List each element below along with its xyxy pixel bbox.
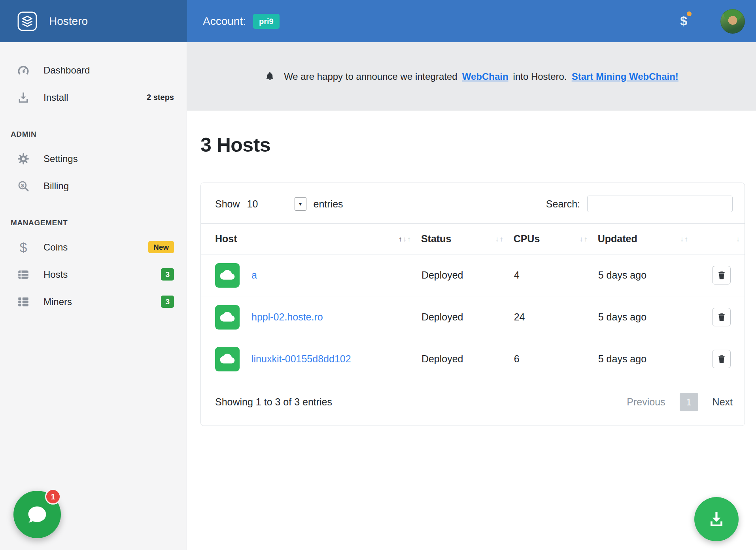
host-status: Deployed xyxy=(421,296,514,338)
webchain-link[interactable]: WebChain xyxy=(462,71,508,82)
col-header-actions[interactable]: ↓ xyxy=(698,224,745,254)
host-cpus: 4 xyxy=(514,254,598,296)
entries-summary: Showing 1 to 3 of 3 entries xyxy=(215,396,332,408)
host-cloud-icon xyxy=(215,305,240,330)
pagination: Previous 1 Next xyxy=(627,393,733,411)
col-header-status[interactable]: Status ↓ ↑ xyxy=(421,224,514,254)
col-label: Status xyxy=(421,233,451,245)
host-updated: 5 days ago xyxy=(598,338,698,380)
dollar-glyph: $ xyxy=(680,14,687,28)
sidebar-item-coins[interactable]: $ Coins New xyxy=(0,234,187,261)
host-updated: 5 days ago xyxy=(598,296,698,338)
sidebar-item-label: Miners xyxy=(43,296,149,307)
host-link[interactable]: a xyxy=(251,269,257,281)
topbar: Hostero Account: pri9 $ xyxy=(0,0,756,42)
previous-page-button[interactable]: Previous xyxy=(627,396,665,408)
sidebar-item-label: Hosts xyxy=(43,269,149,280)
sidebar-item-billing[interactable]: $ Billing xyxy=(0,172,187,200)
download-fab-button[interactable] xyxy=(694,497,739,541)
coins-new-badge: New xyxy=(148,241,174,253)
app-root: Hostero Account: pri9 $ xyxy=(0,0,756,550)
col-header-host[interactable]: Host ↑ ↓ ↑ xyxy=(201,224,421,254)
current-page-button[interactable]: 1 xyxy=(680,393,698,411)
account-label: Account: xyxy=(203,15,246,28)
table-controls: Show 10 ▾ entries Search: xyxy=(201,183,745,223)
host-cloud-icon xyxy=(215,347,240,371)
chevron-down-icon: ▾ xyxy=(295,197,306,211)
notification-dot xyxy=(687,11,692,16)
brand-area[interactable]: Hostero xyxy=(0,0,187,42)
bell-icon xyxy=(265,71,275,82)
host-cpus: 24 xyxy=(514,296,598,338)
hostero-logo-icon xyxy=(16,10,39,33)
sidebar-item-settings[interactable]: Settings xyxy=(0,145,187,172)
col-label: CPUs xyxy=(514,233,540,245)
sidebar-item-miners[interactable]: Miners 3 xyxy=(0,288,187,315)
search-label: Search: xyxy=(546,198,580,210)
host-link[interactable]: linuxkit-00155d8dd102 xyxy=(251,353,351,365)
table-header-row: Host ↑ ↓ ↑ xyxy=(201,224,745,254)
host-cpus: 6 xyxy=(514,338,598,380)
sort-asc-icon[interactable]: ↑ xyxy=(500,235,503,243)
sort-desc-icon[interactable]: ↓ xyxy=(736,235,740,243)
hosts-card: Show 10 ▾ entries Search: xyxy=(200,183,745,426)
banner-text-before: We are happy to announce we integrated xyxy=(284,71,457,82)
layout: Dashboard Install 2 steps ADMIN xyxy=(0,42,756,550)
sort-asc-icon[interactable]: ↑ xyxy=(407,235,411,243)
entries-label: entries xyxy=(314,198,343,210)
sidebar-item-dashboard[interactable]: Dashboard xyxy=(0,57,187,84)
col-header-updated[interactable]: Updated ↓ ↑ xyxy=(598,224,698,254)
dashboard-icon xyxy=(15,64,32,77)
host-link[interactable]: hppl-02.hoste.ro xyxy=(251,311,323,323)
sidebar-item-label: Settings xyxy=(43,153,174,164)
delete-host-button[interactable] xyxy=(712,266,731,284)
hosts-list-icon xyxy=(15,268,32,281)
delete-host-button[interactable] xyxy=(712,350,731,368)
sidebar-section-admin: ADMIN xyxy=(0,130,187,139)
download-icon xyxy=(707,510,726,529)
sidebar-section-management: MANAGEMENT xyxy=(0,218,187,227)
search-control: Search: xyxy=(546,196,733,212)
chat-button[interactable]: 1 xyxy=(13,491,61,538)
col-label: Host xyxy=(215,233,237,245)
sort-desc-icon[interactable]: ↓ xyxy=(680,235,684,243)
install-steps-label: 2 steps xyxy=(147,93,174,102)
table-row: linuxkit-00155d8dd102 Deployed 6 5 days … xyxy=(201,338,745,380)
sidebar-item-hosts[interactable]: Hosts 3 xyxy=(0,261,187,288)
sort-desc-icon[interactable]: ↓ xyxy=(495,235,499,243)
col-header-cpus[interactable]: CPUs ↓ ↑ xyxy=(514,224,598,254)
banner-text-middle: into Hostero. xyxy=(513,71,567,82)
balance-icon[interactable]: $ xyxy=(679,11,689,31)
sidebar: Dashboard Install 2 steps ADMIN xyxy=(0,42,187,550)
page-title: 3 Hosts xyxy=(200,134,745,156)
search-input[interactable] xyxy=(587,196,733,212)
chat-unread-badge: 1 xyxy=(45,489,61,505)
brand-name: Hostero xyxy=(49,15,88,28)
account-badge[interactable]: pri9 xyxy=(253,14,280,29)
sort-asc-icon[interactable]: ↑ xyxy=(684,235,688,243)
next-page-button[interactable]: Next xyxy=(713,396,733,408)
sidebar-item-install[interactable]: Install 2 steps xyxy=(0,84,187,111)
table-row: a Deployed 4 5 days ago xyxy=(201,254,745,296)
start-mining-link[interactable]: Start Mining WebChain! xyxy=(572,71,679,82)
sort-asc-icon[interactable]: ↑ xyxy=(584,235,588,243)
delete-host-button[interactable] xyxy=(712,308,731,326)
dollar-icon: $ xyxy=(15,241,32,254)
host-status: Deployed xyxy=(421,254,514,296)
sort-desc-icon[interactable]: ↓ xyxy=(403,235,406,243)
avatar[interactable] xyxy=(720,9,745,34)
svg-text:$: $ xyxy=(21,182,24,188)
download-icon xyxy=(15,91,32,104)
sort-asc-active-icon[interactable]: ↑ xyxy=(399,235,402,243)
billing-search-icon: $ xyxy=(15,179,32,193)
announcement-banner: We are happy to announce we integrated W… xyxy=(187,42,756,111)
page-size-control: Show 10 ▾ entries xyxy=(215,197,343,211)
chat-bubble-icon xyxy=(26,504,48,525)
miners-grid-icon xyxy=(15,295,32,309)
host-status: Deployed xyxy=(421,338,514,380)
hosts-count-badge: 3 xyxy=(161,268,174,281)
sidebar-item-label: Billing xyxy=(43,181,174,192)
host-cloud-icon xyxy=(215,263,240,288)
sort-desc-icon[interactable]: ↓ xyxy=(580,235,583,243)
entries-select[interactable]: 10 ▾ xyxy=(247,197,306,211)
